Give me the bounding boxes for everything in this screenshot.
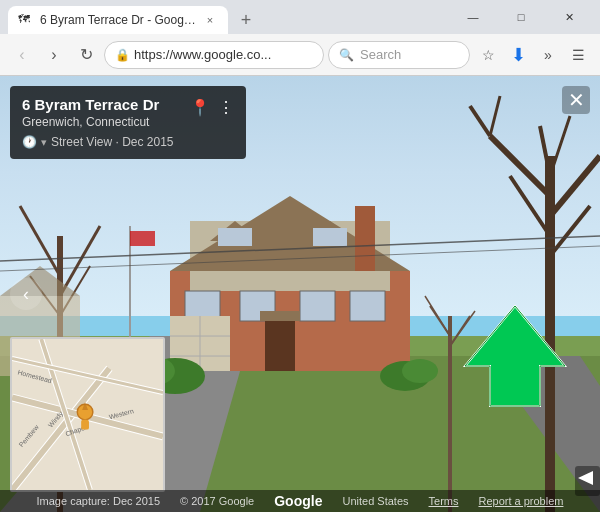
svg-marker-3 [480,356,600,512]
search-engine-icon: 🔍 [339,48,354,62]
report-problem-link[interactable]: Report a problem [478,495,563,507]
svg-point-25 [402,359,438,383]
svg-point-23 [380,361,430,391]
back-navigation-button[interactable]: ‹ [10,278,42,310]
lock-icon: 🔒 [115,48,130,62]
new-tab-button[interactable]: + [232,6,260,34]
svg-rect-70 [81,420,89,430]
street-view-date: Street View · Dec 2015 [51,135,174,149]
svg-marker-54 [578,471,593,485]
menu-button[interactable]: ☰ [564,41,592,69]
close-streetview-button[interactable]: ✕ [562,86,590,114]
svg-marker-51 [465,306,565,406]
url-text: https://www.google.co... [134,47,271,62]
url-bar[interactable]: 🔒 https://www.google.co... [104,41,324,69]
search-text: Search [360,47,401,62]
minimize-button[interactable]: — [450,3,496,31]
toolbar-icons: ☆ ⬇ » ☰ [474,41,592,69]
tab-favicon: 🗺 [18,12,34,28]
forward-button[interactable]: › [40,41,68,69]
svg-rect-16 [265,316,295,371]
address-bar: ‹ › ↻ 🔒 https://www.google.co... 🔍 Searc… [0,34,600,76]
refresh-button[interactable]: ↻ [72,41,100,69]
tab-bar: 🗺 6 Byram Terrace Dr - Google... × + [8,0,442,34]
title-bar: 🗺 6 Byram Terrace Dr - Google... × + — □… [0,0,600,34]
bookmark-icon[interactable]: ☆ [474,41,502,69]
search-bar[interactable]: 🔍 Search [328,41,470,69]
close-window-button[interactable]: ✕ [546,3,592,31]
window-controls: — □ ✕ [450,3,592,31]
mini-map[interactable]: Pembew Windy Chapel Homestead Western [10,337,165,492]
more-options-icon[interactable]: ⋮ [218,98,234,117]
street-view-container: 6 Byram Terrace Dr Greenwich, Connecticu… [0,76,600,512]
copyright-text: © 2017 Google [180,495,254,507]
terms-link[interactable]: Terms [429,495,459,507]
maximize-button[interactable]: □ [498,3,544,31]
clock-icon: 🕐 [22,135,37,149]
extensions-button[interactable]: » [534,41,562,69]
active-tab[interactable]: 🗺 6 Byram Terrace Dr - Google... × [8,6,228,34]
bottom-info-bar: Image capture: Dec 2015 © 2017 Google Go… [0,490,600,512]
back-button[interactable]: ‹ [8,41,36,69]
image-capture-text: Image capture: Dec 2015 [37,495,161,507]
tab-title: 6 Byram Terrace Dr - Google... [40,13,198,27]
svg-line-44 [450,316,470,346]
google-logo: Google [274,493,322,509]
address-city: Greenwich, Connecticut [22,115,174,129]
tab-close-button[interactable]: × [202,12,218,28]
country-text: United States [342,495,408,507]
svg-marker-52 [465,306,565,406]
svg-line-46 [450,311,475,346]
street-view-label: 🕐 ▾ Street View · Dec 2015 [22,135,174,149]
pin-icon[interactable]: 📍 [190,98,210,117]
address-info-panel: 6 Byram Terrace Dr Greenwich, Connecticu… [10,86,246,159]
download-icon[interactable]: ⬇ [504,41,532,69]
address-title: 6 Byram Terrace Dr [22,96,174,113]
svg-rect-18 [170,316,230,371]
mini-map-svg: Pembew Windy Chapel Homestead Western [12,339,163,490]
